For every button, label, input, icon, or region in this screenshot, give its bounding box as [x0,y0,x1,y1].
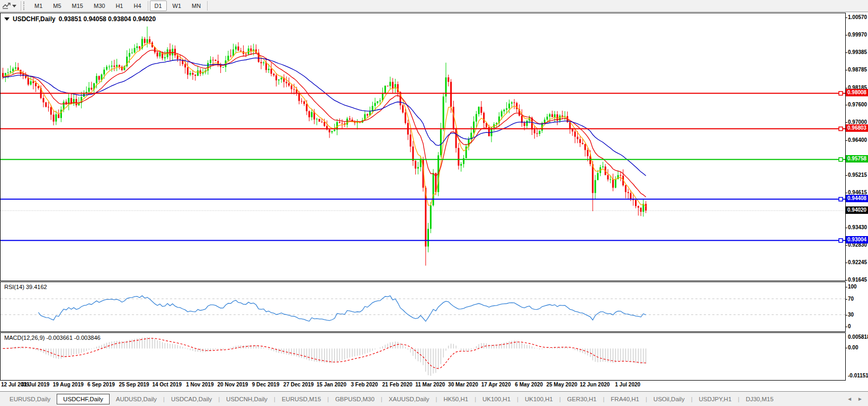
chart-tab-eurusd-daily[interactable]: EURUSD,Daily [3,394,57,404]
price-axis-tick [845,52,847,53]
date-axis-label: 15 Jan 2020 [317,382,346,387]
macd-label: MACD(12,26,9) -0.003661 -0.003846 [4,335,101,341]
rsi-axis-tick [845,287,847,287]
rsi-pane[interactable]: RSI(14) 39.4162 [0,282,846,332]
candlesticks [2,26,647,266]
toolbar-separator [21,1,21,11]
line-anchor-handle[interactable] [839,197,843,201]
chart-tab-usdjpy-h1[interactable]: USDJPY,H1 [693,394,738,404]
rsi-axis-label: 70 [848,296,868,302]
timeframe-button-h4[interactable]: H4 [129,1,146,11]
line-anchor-handle[interactable] [839,127,843,131]
price-axis-tick [845,193,847,193]
macd-axis-label-max: 0.005818 [848,334,868,340]
date-axis-label: 21 Feb 2020 [382,382,413,387]
date-axis-label: 6 Sep 2019 [87,382,115,387]
rsi-axis-tick [845,299,847,300]
chart-tab-fra40-h1[interactable]: FRA40,H1 [604,394,646,404]
rsi-axis-tick [845,327,847,327]
macd-pane[interactable]: MACD(12,26,9) -0.003661 -0.003846 [0,332,846,381]
price-axis-tick [845,263,847,263]
chart-tab-dj30-m15[interactable]: DJ30,M15 [739,394,780,404]
chart-tab-uk100-h1[interactable]: UK100,H1 [476,394,517,404]
macd-axis-label-min: -0.011514 [848,373,868,378]
line-anchor-handle[interactable] [839,92,843,95]
timeframe-button-h1[interactable]: H1 [111,1,128,11]
macd-axis-label-zero: 0.00 [848,345,868,350]
tab-scroll-right-icon[interactable]: ► [857,396,863,402]
tab-scroll-left-icon[interactable]: ◄ [847,396,852,402]
toolbar-grip[interactable] [23,2,26,10]
rsi-line [38,296,646,321]
dropdown-caret-icon[interactable] [12,5,16,7]
chart-title: USDCHF,Daily 0.93851 0.94058 0.93804 0.9… [4,15,156,23]
timeframe-button-m30[interactable]: M30 [89,1,110,11]
date-axis-label: 27 Dec 2019 [283,382,314,387]
date-axis-label: 31 Jul 2019 [21,382,49,387]
date-axis-label: 6 May 2020 [515,382,543,387]
main-chart-pane[interactable]: USDCHF,Daily 0.93851 0.94058 0.93804 0.9… [0,13,846,281]
trading-terminal-window: M1M5M15M30H1H4D1W1MN USDCHF,Daily 0.9385… [0,0,868,406]
price-axis-tick [845,175,847,176]
price-axis-tick [845,122,847,123]
chart-tab-uk100-h1[interactable]: UK100,H1 [518,394,559,404]
price-level-badge: 0.94408 [846,195,868,202]
date-axis-label: 9 Dec 2019 [252,382,280,387]
line-anchor-handle[interactable] [839,239,843,242]
rsi-axis-tick [845,315,847,315]
price-axis-label: 0.96400 [848,137,868,143]
price-axis-tick [845,105,847,105]
chart-tab-ger30-h1[interactable]: GER30,H1 [561,394,603,404]
price-axis-tick [845,70,847,70]
rsi-label: RSI(14) 39.4162 [4,284,47,290]
price-axis-label: 0.95215 [848,172,868,178]
macd-histogram [3,337,646,376]
timeframe-button-d1[interactable]: D1 [150,1,167,11]
price-axis-label: 0.91645 [848,277,868,283]
chart-tab-gbpusd-m30[interactable]: GBPUSD,M30 [329,394,381,404]
date-axis-label: 11 Mar 2020 [415,382,445,387]
collapse-triangle-icon[interactable] [4,17,10,21]
price-axis-tick [845,245,847,246]
price-level-badge: 0.98008 [846,89,868,96]
price-axis-tick [845,88,847,88]
date-axis-label: 25 Sep 2019 [119,382,149,387]
price-axis-tick [845,228,847,228]
line-anchor-handle[interactable] [839,158,843,161]
price-axis-label: 0.92245 [848,259,868,265]
price-axis-label: 0.99385 [848,49,868,55]
timeframe-button-mn[interactable]: MN [187,1,205,11]
chart-symbol-label: USDCHF,Daily [13,15,56,23]
chart-tool-icon[interactable] [2,2,11,10]
price-axis-label: 0.93430 [848,224,868,230]
price-axis-label: 0.97600 [848,102,868,107]
chart-tab-usdcad-daily[interactable]: USDCAD,Daily [165,394,218,404]
date-axis-label: 19 Aug 2019 [53,382,84,387]
rsi-axis-label: 0 [848,323,868,329]
price-axis-label: 0.94615 [848,190,868,195]
chart-tab-usdchf-daily[interactable]: USDCHF,Daily [57,394,109,404]
chart-tab-eurusd-m15[interactable]: EURUSD,M15 [275,394,327,404]
price-level-badge: 0.93004 [846,236,868,243]
date-axis-label: 1 Nov 2019 [186,382,213,387]
date-axis-label: 20 Nov 2019 [218,382,248,387]
timeframe-button-m15[interactable]: M15 [67,1,88,11]
rsi-axis-label: 30 [848,312,868,318]
price-level-badge: 0.95758 [846,155,868,163]
timeframe-button-w1[interactable]: W1 [168,1,186,11]
rsi-axis-label: 100 [848,284,868,290]
price-axis-tick [845,17,847,18]
price-axis-tick [845,140,847,141]
chart-tab-usoil-daily[interactable]: USOil,Daily [647,394,691,404]
chart-tab-hk50-h1[interactable]: HK50,H1 [437,394,475,404]
moving-average-34 [3,58,646,176]
date-axis-label: 30 Mar 2020 [448,382,478,387]
price-level-badge: 0.96803 [846,124,868,132]
price-level-badge: 0.94020 [846,206,868,214]
timeframe-button-m1[interactable]: M1 [30,1,47,11]
timeframe-button-m5[interactable]: M5 [48,1,66,11]
chart-tab-usdcnh-daily[interactable]: USDCNH,Daily [220,394,274,404]
date-axis-label: 17 Apr 2020 [481,382,511,387]
chart-tab-xauusd-daily[interactable]: XAUUSD,Daily [382,394,436,404]
chart-tab-audusd-daily[interactable]: AUDUSD,Daily [110,394,163,404]
